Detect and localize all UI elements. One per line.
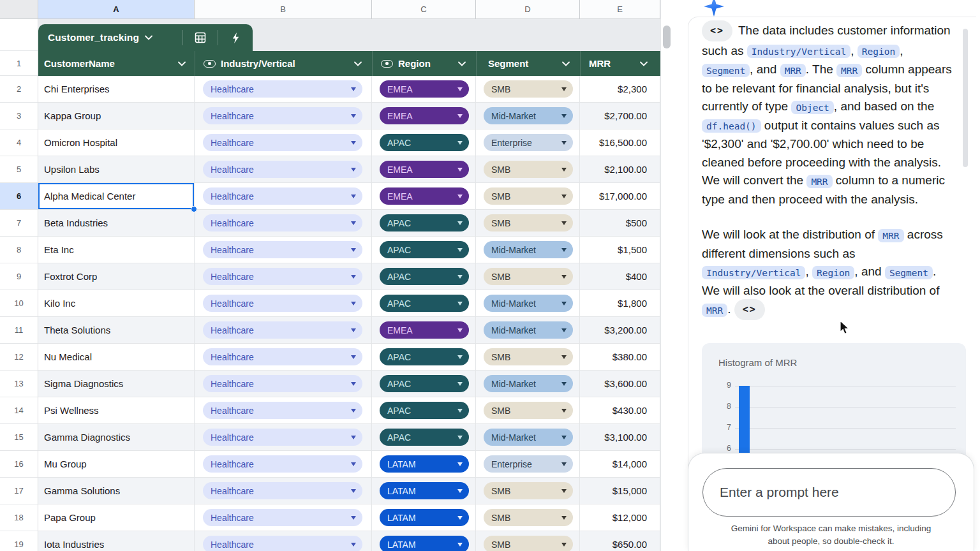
row-number[interactable]: 8 xyxy=(0,237,38,263)
region-chip[interactable]: EMEA xyxy=(380,321,469,339)
select-all-corner[interactable] xyxy=(0,0,38,19)
row-number[interactable]: 16 xyxy=(0,451,38,478)
region-chip[interactable]: EMEA xyxy=(380,161,469,178)
industry-chip[interactable]: Healthcare xyxy=(203,295,362,312)
row-number[interactable]: 7 xyxy=(0,210,38,237)
header-cell-customername[interactable]: CustomerName xyxy=(38,51,195,76)
segment-chip[interactable]: Mid-Market xyxy=(484,321,573,339)
industry-chip[interactable]: Healthcare xyxy=(203,134,362,151)
chevron-down-icon[interactable] xyxy=(354,61,362,66)
row-number[interactable]: 18 xyxy=(0,504,38,531)
industry-chip[interactable]: Healthcare xyxy=(203,482,362,499)
code-toggle-icon[interactable]: <> xyxy=(734,299,765,320)
header-cell-mrr[interactable]: MRR xyxy=(580,51,660,76)
row-number[interactable]: 17 xyxy=(0,478,38,504)
row-number[interactable]: 3 xyxy=(0,103,38,129)
cell-customer-name[interactable]: Foxtrot Corp xyxy=(38,263,195,290)
row-number[interactable]: 6 xyxy=(0,183,38,210)
cell-customer-name[interactable]: Theta Solutions xyxy=(38,317,195,344)
inline-code-chip[interactable]: MRR xyxy=(780,64,806,77)
cell-mrr[interactable]: $3,100.00 xyxy=(580,424,660,451)
row-number[interactable]: 13 xyxy=(0,371,38,397)
cell-mrr[interactable]: $15,000 xyxy=(580,478,660,504)
cell-customer-name[interactable]: Iota Industries xyxy=(38,531,195,551)
cell-customer-name[interactable]: Alpha Medical Center xyxy=(38,183,195,210)
row-number[interactable]: 1 xyxy=(0,51,38,76)
industry-chip[interactable]: Healthcare xyxy=(203,80,362,98)
cell-mrr[interactable]: $1,800 xyxy=(580,290,660,317)
region-chip[interactable]: LATAM xyxy=(380,455,469,473)
region-chip[interactable]: APAC xyxy=(380,429,469,446)
segment-chip[interactable]: SMB xyxy=(484,482,573,499)
cell-customer-name[interactable]: Gamma Diagnostics xyxy=(38,424,195,451)
row-number[interactable]: 10 xyxy=(0,290,38,317)
region-chip[interactable]: LATAM xyxy=(380,509,469,526)
row-number[interactable]: 5 xyxy=(0,156,38,183)
chevron-down-icon[interactable] xyxy=(178,61,186,66)
cell-mrr[interactable]: $400 xyxy=(580,263,660,290)
header-cell-segment[interactable]: Segment xyxy=(476,51,580,76)
row-number[interactable]: 2 xyxy=(0,76,38,103)
cell-customer-name[interactable]: Chi Enterprises xyxy=(38,76,195,103)
cell-customer-name[interactable]: Gamma Solutions xyxy=(38,478,195,504)
segment-chip[interactable]: SMB xyxy=(484,161,573,178)
cell-mrr[interactable]: $3,200.00 xyxy=(580,317,660,344)
cell-mrr[interactable]: $12,000 xyxy=(580,504,660,531)
cell-customer-name[interactable]: Upsilon Labs xyxy=(38,156,195,183)
region-chip[interactable]: LATAM xyxy=(380,536,469,551)
scrollbar-thumb[interactable] xyxy=(663,26,671,48)
industry-chip[interactable]: Healthcare xyxy=(203,107,362,124)
industry-chip[interactable]: Healthcare xyxy=(203,455,362,473)
region-chip[interactable]: APAC xyxy=(380,295,469,312)
segment-chip[interactable]: SMB xyxy=(484,187,573,205)
cell-mrr[interactable]: $1,500 xyxy=(580,237,660,263)
industry-chip[interactable]: Healthcare xyxy=(203,348,362,365)
region-chip[interactable]: APAC xyxy=(380,402,469,419)
row-number[interactable]: 4 xyxy=(0,129,38,156)
inline-code-chip[interactable]: Object xyxy=(791,101,833,114)
chevron-down-icon[interactable] xyxy=(640,61,648,66)
table-grid-icon[interactable] xyxy=(183,24,218,51)
cell-mrr[interactable]: $14,000 xyxy=(580,451,660,478)
sheet-vertical-scrollbar[interactable] xyxy=(660,0,672,551)
cell-mrr[interactable]: $16,500.00 xyxy=(580,129,660,156)
cell-mrr[interactable]: $2,700.00 xyxy=(580,103,660,129)
row-number[interactable]: 15 xyxy=(0,424,38,451)
industry-chip[interactable]: Healthcare xyxy=(203,241,362,258)
cell-mrr[interactable]: $650.00 xyxy=(580,531,660,551)
prompt-input[interactable] xyxy=(702,468,956,517)
region-chip[interactable]: APAC xyxy=(380,134,469,151)
segment-chip[interactable]: SMB xyxy=(484,509,573,526)
chevron-down-icon[interactable] xyxy=(145,35,152,40)
inline-code-chip[interactable]: Industry/Vertical xyxy=(747,45,850,58)
region-chip[interactable]: APAC xyxy=(380,268,469,285)
column-header-e[interactable]: E xyxy=(580,0,660,19)
chevron-down-icon[interactable] xyxy=(562,61,570,66)
cell-mrr[interactable]: $2,300 xyxy=(580,76,660,103)
inline-code-chip[interactable]: MRR xyxy=(702,304,727,317)
segment-chip[interactable]: SMB xyxy=(484,214,573,231)
segment-chip[interactable]: SMB xyxy=(484,80,573,98)
inline-code-chip[interactable]: Segment xyxy=(885,266,933,279)
segment-chip[interactable]: SMB xyxy=(484,268,573,285)
industry-chip[interactable]: Healthcare xyxy=(203,402,362,419)
inline-code-chip[interactable]: df.head() xyxy=(702,119,761,133)
row-number[interactable]: 14 xyxy=(0,397,38,424)
segment-chip[interactable]: Mid-Market xyxy=(484,429,573,446)
region-chip[interactable]: EMEA xyxy=(380,187,469,205)
cell-customer-name[interactable]: Psi Wellness xyxy=(38,397,195,424)
column-header-b[interactable]: B xyxy=(195,0,372,19)
region-chip[interactable]: LATAM xyxy=(380,482,469,499)
table-name[interactable]: Customer_tracking xyxy=(38,32,139,43)
inline-code-chip[interactable]: Region xyxy=(858,45,900,58)
industry-chip[interactable]: Healthcare xyxy=(203,536,362,551)
industry-chip[interactable]: Healthcare xyxy=(203,375,362,392)
industry-chip[interactable]: Healthcare xyxy=(203,268,362,285)
segment-chip[interactable]: Mid-Market xyxy=(484,375,573,392)
inline-code-chip[interactable]: MRR xyxy=(806,175,832,188)
table-name-tab[interactable]: Customer_tracking xyxy=(38,24,253,51)
region-chip[interactable]: EMEA xyxy=(380,107,469,124)
cell-customer-name[interactable]: Eta Inc xyxy=(38,237,195,263)
cell-mrr[interactable]: $2,100.00 xyxy=(580,156,660,183)
segment-chip[interactable]: SMB xyxy=(484,348,573,365)
